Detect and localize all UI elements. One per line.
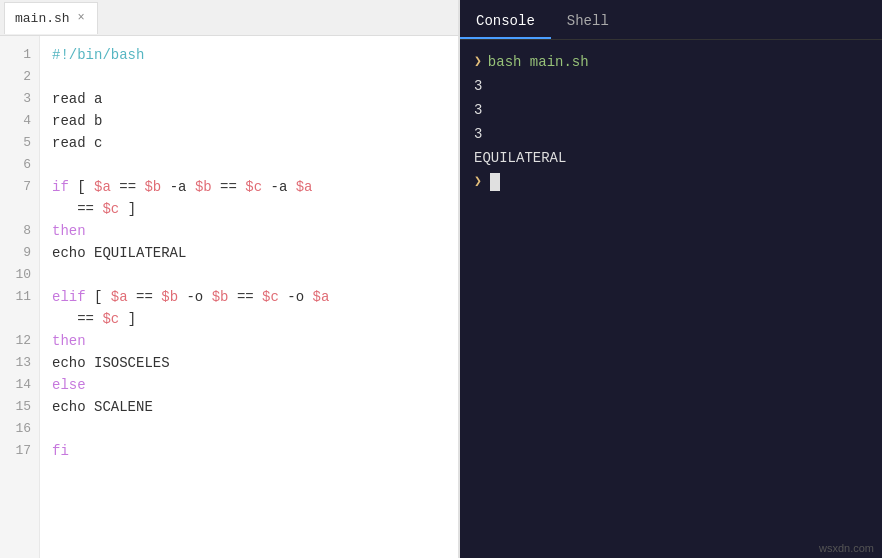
code-line-11b: == $c ] — [52, 308, 460, 330]
ln-7: 7 — [0, 176, 39, 198]
code-line-2 — [52, 66, 460, 88]
code-line-11: elif [ $a == $b -o $b == $c -o $a — [52, 286, 460, 308]
console-pane: Console Shell ❯ bash main.sh 3 3 3 EQUIL… — [460, 0, 882, 558]
prompt-arrow-2: ❯ — [474, 170, 482, 194]
editor-pane: main.sh × 1 2 3 4 5 6 7 8 9 10 11 12 13 … — [0, 0, 460, 558]
line-numbers: 1 2 3 4 5 6 7 8 9 10 11 12 13 14 15 16 1… — [0, 36, 40, 558]
console-output: ❯ bash main.sh 3 3 3 EQUILATERAL ❯ — [460, 40, 882, 558]
tab-bar: main.sh × — [0, 0, 460, 36]
code-line-8: then — [52, 220, 460, 242]
code-line-16 — [52, 418, 460, 440]
output-line-equilateral: EQUILATERAL — [474, 146, 868, 170]
code-line-13: echo ISOSCELES — [52, 352, 460, 374]
console-tab[interactable]: Console — [460, 5, 551, 39]
prompt-arrow-1: ❯ — [474, 50, 482, 74]
output-text-2: 3 — [474, 98, 482, 122]
code-line-1: #!/bin/bash — [52, 44, 460, 66]
code-line-9: echo EQUILATERAL — [52, 242, 460, 264]
ln-1: 1 — [0, 44, 39, 66]
output-text-1: 3 — [474, 74, 482, 98]
ln-11b — [0, 308, 39, 330]
ln-16: 16 — [0, 418, 39, 440]
code-line-12: then — [52, 330, 460, 352]
console-new-prompt: ❯ — [474, 170, 868, 194]
ln-9: 9 — [0, 242, 39, 264]
code-line-17: fi — [52, 440, 460, 462]
code-line-5: read c — [52, 132, 460, 154]
equilateral-text: EQUILATERAL — [474, 146, 566, 170]
ln-17: 17 — [0, 440, 39, 462]
tab-filename: main.sh — [15, 11, 70, 26]
ln-14: 14 — [0, 374, 39, 396]
console-tab-bar: Console Shell — [460, 0, 882, 40]
output-line-2: 3 — [474, 98, 868, 122]
ln-6: 6 — [0, 154, 39, 176]
cursor-block — [490, 173, 500, 191]
ln-3: 3 — [0, 88, 39, 110]
ln-4: 4 — [0, 110, 39, 132]
console-cmd-line: ❯ bash main.sh — [474, 50, 868, 74]
ln-13: 13 — [0, 352, 39, 374]
code-line-3: read a — [52, 88, 460, 110]
output-text-3: 3 — [474, 122, 482, 146]
code-line-10 — [52, 264, 460, 286]
output-line-1: 3 — [474, 74, 868, 98]
bash-command: bash main.sh — [488, 50, 589, 74]
ln-7b — [0, 198, 39, 220]
editor-tab[interactable]: main.sh × — [4, 2, 98, 34]
code-line-4: read b — [52, 110, 460, 132]
ln-8: 8 — [0, 220, 39, 242]
code-line-7b: == $c ] — [52, 198, 460, 220]
ln-10: 10 — [0, 264, 39, 286]
ln-2: 2 — [0, 66, 39, 88]
code-line-15: echo SCALENE — [52, 396, 460, 418]
ln-12: 12 — [0, 330, 39, 352]
code-area: 1 2 3 4 5 6 7 8 9 10 11 12 13 14 15 16 1… — [0, 36, 460, 558]
tab-close-icon[interactable]: × — [76, 11, 87, 25]
ln-15: 15 — [0, 396, 39, 418]
code-line-14: else — [52, 374, 460, 396]
watermark: wsxdn.com — [819, 542, 874, 554]
shell-tab[interactable]: Shell — [551, 5, 625, 39]
ln-5: 5 — [0, 132, 39, 154]
code-line-6 — [52, 154, 460, 176]
code-content[interactable]: #!/bin/bash read a read b read c if [ $a… — [40, 36, 460, 558]
output-line-3: 3 — [474, 122, 868, 146]
ln-11: 11 — [0, 286, 39, 308]
code-line-7: if [ $a == $b -a $b == $c -a $a — [52, 176, 460, 198]
